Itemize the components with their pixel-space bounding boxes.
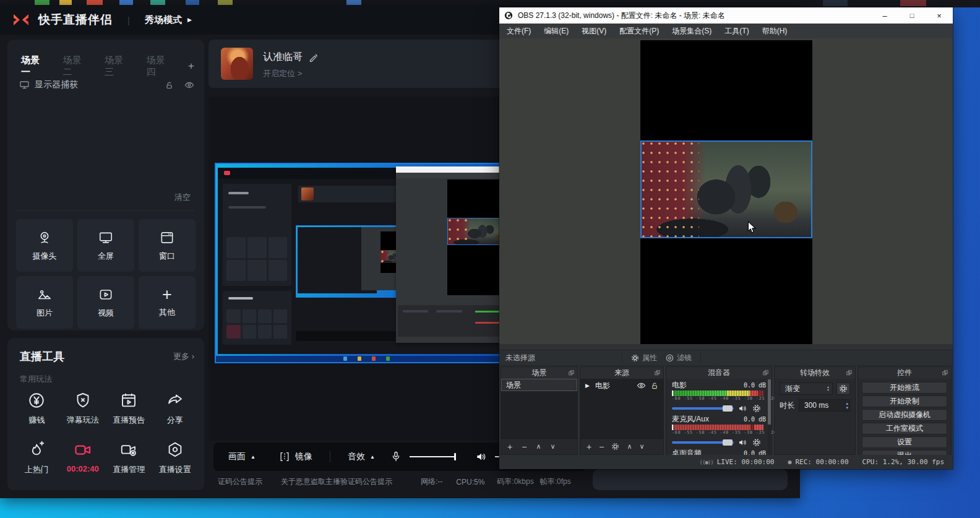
maximize-button[interactable]: □ xyxy=(898,7,926,24)
source-properties-gear-icon[interactable] xyxy=(611,442,619,451)
mixer-scrollbar[interactable] xyxy=(768,379,771,457)
meter-scale: -60 -55 -50 -45 -40 -35 -30 -25 -20 -15 … xyxy=(672,396,759,402)
movie-source-selected[interactable] xyxy=(640,140,812,238)
minimize-button[interactable]: – xyxy=(871,7,898,24)
start-recording-button[interactable]: 开始录制 xyxy=(862,395,947,407)
mode-expand-icon[interactable]: ▶ xyxy=(187,17,192,23)
mirror-icon[interactable] xyxy=(279,451,290,462)
mic-volume-slider[interactable] xyxy=(410,456,455,457)
scene-list-item[interactable]: 场景 xyxy=(501,379,577,391)
menu-profile[interactable]: 配置文件(P) xyxy=(619,26,659,37)
screen-menu-caret[interactable]: ▲ xyxy=(251,454,256,460)
obs-canvas[interactable] xyxy=(640,40,812,344)
properties-button[interactable]: 属性 xyxy=(631,353,657,363)
add-source-image[interactable]: 图片 xyxy=(16,276,73,329)
audio-menu-caret[interactable]: ▲ xyxy=(370,454,375,460)
tool-live-timer[interactable]: 00:02:40 xyxy=(60,441,106,475)
avatar[interactable] xyxy=(221,48,253,80)
enable-location-link[interactable]: 开启定位 > xyxy=(263,68,302,79)
eye-icon[interactable] xyxy=(184,81,194,89)
scene-tab-1[interactable]: 场景一 xyxy=(21,54,48,78)
source-up-button[interactable]: ∧ xyxy=(627,443,632,450)
source-action-bar: 未选择源 属性 滤镜 xyxy=(499,350,953,366)
speaker-icon[interactable] xyxy=(738,404,748,413)
tool-live-settings[interactable]: 直播设置 xyxy=(152,441,199,475)
lock-open-icon[interactable] xyxy=(165,81,173,89)
scene-up-button[interactable]: ∧ xyxy=(536,443,541,450)
clear-sources-link[interactable]: 清空 xyxy=(174,192,191,203)
screen-menu-button[interactable]: 画面 xyxy=(228,451,246,462)
visibility-eye-icon[interactable] xyxy=(637,382,646,389)
microphone-icon[interactable] xyxy=(390,451,402,463)
volume-meter-mic xyxy=(672,425,763,430)
volume-slider-movie[interactable] xyxy=(672,407,734,410)
edit-pencil-icon[interactable] xyxy=(309,53,317,62)
security-notice[interactable]: 关于恶意盗取主播验证码公告提示 xyxy=(281,477,392,487)
desktop: 快手直播伴侣 | 秀场模式 ▶ 场景一 场景二 场景三 场景四 + 显示器捕获 xyxy=(0,0,980,518)
source-down-button[interactable]: ∨ xyxy=(639,443,644,450)
popout-icon[interactable] xyxy=(942,370,948,376)
tool-live-manage[interactable]: 直播管理 xyxy=(106,441,152,475)
source-row-display-capture[interactable]: 显示器捕获 xyxy=(20,79,194,90)
add-scene-button[interactable]: + xyxy=(188,60,194,72)
add-source-fullscreen[interactable]: 全屏 xyxy=(77,219,134,272)
tool-danmaku[interactable]: 弹幕玩法 xyxy=(60,391,106,426)
popout-icon[interactable] xyxy=(569,370,574,376)
audio-menu-button[interactable]: 音效 xyxy=(348,451,365,462)
mode-switcher[interactable]: 秀场模式 xyxy=(145,14,182,26)
start-virtual-camera-button[interactable]: 启动虚拟摄像机 xyxy=(862,409,947,421)
obs-preview-area[interactable] xyxy=(499,38,953,344)
speaker-icon[interactable] xyxy=(475,451,488,463)
scene-tab-3[interactable]: 场景三 xyxy=(105,54,131,78)
menu-view[interactable]: 视图(V) xyxy=(582,26,606,37)
filters-button[interactable]: 滤镜 xyxy=(666,353,692,363)
source-list-item[interactable]: ▶ 电影 xyxy=(580,379,663,392)
menu-help[interactable]: 帮助(H) xyxy=(762,26,788,37)
channel-gear-icon[interactable] xyxy=(752,404,761,413)
speaker-icon[interactable] xyxy=(738,438,748,447)
lock-open-icon[interactable] xyxy=(651,382,658,389)
add-source-camera[interactable]: 摄像头 xyxy=(16,219,73,272)
menu-scene-collection[interactable]: 场景集合(S) xyxy=(672,26,711,37)
transition-select[interactable]: 渐变 ▴▾ xyxy=(780,382,833,395)
menu-file[interactable]: 文件(F) xyxy=(507,26,531,37)
picture-icon xyxy=(37,287,53,303)
tool-live-preview[interactable]: 直播预告 xyxy=(106,391,152,426)
settings-button[interactable]: 设置 xyxy=(862,436,947,448)
captcha-notice[interactable]: 证码公告提示 xyxy=(218,477,262,487)
scene-tab-4[interactable]: 场景四 xyxy=(147,54,173,78)
popout-icon[interactable] xyxy=(763,370,768,376)
add-source-video[interactable]: 视频 xyxy=(77,276,134,329)
menu-tools[interactable]: 工具(T) xyxy=(724,26,749,37)
mirror-button[interactable]: 镜像 xyxy=(295,451,312,462)
popout-icon[interactable] xyxy=(655,370,660,376)
add-source-button[interactable]: + xyxy=(587,442,591,451)
close-button[interactable]: × xyxy=(926,7,953,24)
app-title: 快手直播伴侣 xyxy=(38,12,113,28)
remove-source-button[interactable]: − xyxy=(599,442,604,451)
scene-tab-2[interactable]: 场景二 xyxy=(63,54,90,78)
add-source-window[interactable]: 窗口 xyxy=(139,219,196,272)
tool-share[interactable]: 分享 xyxy=(152,391,199,426)
source-list: ▶ 电影 xyxy=(580,379,663,439)
controls-dock: 控件 开始推流 开始录制 启动虚拟摄像机 工作室模式 设置 退出 xyxy=(858,366,952,455)
remove-scene-button[interactable]: − xyxy=(522,442,527,451)
scene-down-button[interactable]: ∨ xyxy=(550,443,555,450)
add-source-other[interactable]: + 其他 xyxy=(139,276,196,329)
start-streaming-button[interactable]: 开始推流 xyxy=(862,382,947,394)
obs-title-bar[interactable]: OBS 27.1.3 (32-bit, windows) - 配置文件: 未命名… xyxy=(499,7,953,24)
fps-status: 帧率:0fps xyxy=(540,477,571,487)
popout-icon[interactable] xyxy=(846,370,852,376)
monitor-icon xyxy=(20,81,29,89)
channel-gear-icon[interactable] xyxy=(752,438,761,447)
more-tools-link[interactable]: 更多 › xyxy=(173,351,194,362)
studio-mode-button[interactable]: 工作室模式 xyxy=(862,423,947,434)
menu-edit[interactable]: 编辑(E) xyxy=(544,26,569,37)
add-scene-button[interactable]: + xyxy=(507,442,512,451)
duration-spinbox[interactable]: 300 ms ▴▾ xyxy=(799,399,850,412)
transition-gear-button[interactable] xyxy=(836,382,850,395)
tool-trending[interactable]: 上热门 xyxy=(14,441,60,475)
tool-earn-money[interactable]: 赚钱 xyxy=(14,391,60,426)
volume-slider-mic[interactable] xyxy=(672,441,734,444)
rec-time: REC: 00:00:00 xyxy=(795,458,848,466)
